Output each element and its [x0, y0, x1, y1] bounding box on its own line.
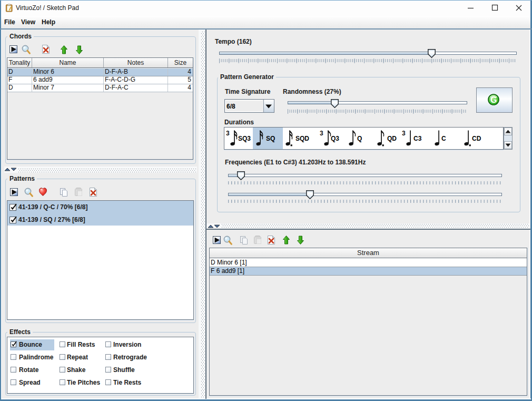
svg-text:3: 3	[226, 130, 230, 137]
svg-text:3: 3	[320, 130, 323, 137]
svg-text:3: 3	[402, 130, 406, 137]
